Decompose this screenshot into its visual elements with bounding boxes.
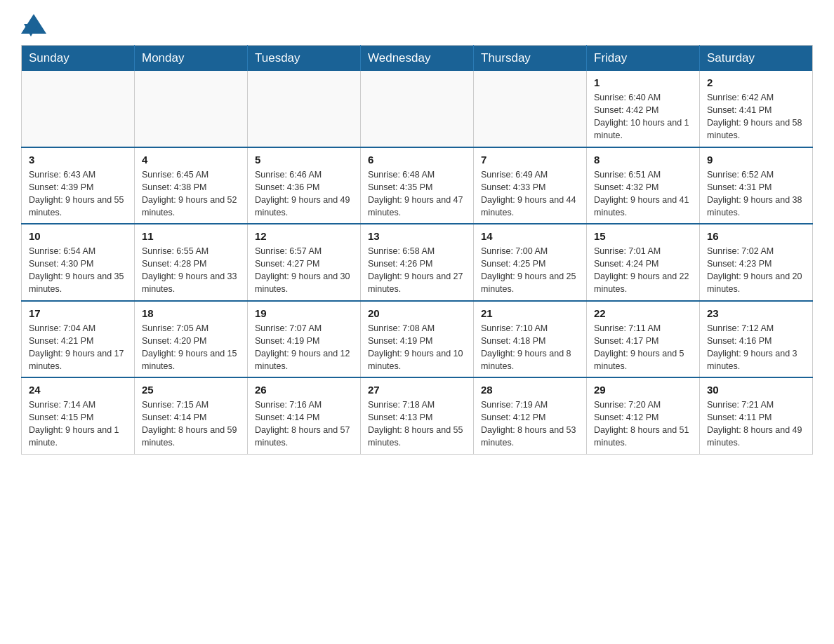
day-number: 19 — [255, 306, 353, 321]
table-row: 17Sunrise: 7:04 AM Sunset: 4:21 PM Dayli… — [22, 301, 135, 378]
calendar-week-5: 24Sunrise: 7:14 AM Sunset: 4:15 PM Dayli… — [22, 377, 813, 454]
day-info: Sunrise: 7:04 AM Sunset: 4:21 PM Dayligh… — [29, 322, 127, 373]
table-row — [474, 71, 587, 147]
day-info: Sunrise: 7:21 AM Sunset: 4:11 PM Dayligh… — [707, 398, 805, 450]
day-number: 29 — [594, 382, 692, 397]
day-number: 12 — [255, 229, 353, 243]
day-number: 14 — [481, 229, 579, 243]
day-info: Sunrise: 6:55 AM Sunset: 4:28 PM Dayligh… — [142, 245, 240, 296]
day-info: Sunrise: 7:15 AM Sunset: 4:14 PM Dayligh… — [142, 398, 240, 450]
calendar-week-1: 1Sunrise: 6:40 AM Sunset: 4:42 PM Daylig… — [22, 71, 813, 147]
table-row: 5Sunrise: 6:46 AM Sunset: 4:36 PM Daylig… — [248, 147, 361, 224]
day-header-wednesday: Wednesday — [361, 46, 474, 72]
table-row: 25Sunrise: 7:15 AM Sunset: 4:14 PM Dayli… — [135, 377, 248, 454]
day-header-thursday: Thursday — [474, 46, 587, 72]
table-row: 27Sunrise: 7:18 AM Sunset: 4:13 PM Dayli… — [361, 377, 474, 454]
day-info: Sunrise: 6:54 AM Sunset: 4:30 PM Dayligh… — [29, 245, 127, 296]
logo — [21, 14, 49, 34]
calendar-table: SundayMondayTuesdayWednesdayThursdayFrid… — [21, 45, 813, 455]
day-info: Sunrise: 6:49 AM Sunset: 4:33 PM Dayligh… — [481, 168, 579, 220]
table-row: 19Sunrise: 7:07 AM Sunset: 4:19 PM Dayli… — [248, 301, 361, 378]
calendar-week-3: 10Sunrise: 6:54 AM Sunset: 4:30 PM Dayli… — [22, 224, 813, 301]
table-row: 3Sunrise: 6:43 AM Sunset: 4:39 PM Daylig… — [22, 147, 135, 224]
day-info: Sunrise: 6:45 AM Sunset: 4:38 PM Dayligh… — [142, 168, 240, 220]
day-header-sunday: Sunday — [22, 46, 135, 72]
day-number: 6 — [368, 152, 466, 167]
day-header-saturday: Saturday — [700, 46, 813, 72]
day-number: 1 — [594, 75, 692, 90]
table-row: 24Sunrise: 7:14 AM Sunset: 4:15 PM Dayli… — [22, 377, 135, 454]
table-row: 22Sunrise: 7:11 AM Sunset: 4:17 PM Dayli… — [587, 301, 700, 378]
day-info: Sunrise: 7:07 AM Sunset: 4:19 PM Dayligh… — [255, 322, 353, 373]
table-row: 20Sunrise: 7:08 AM Sunset: 4:19 PM Dayli… — [361, 301, 474, 378]
table-row — [361, 71, 474, 147]
table-row: 12Sunrise: 6:57 AM Sunset: 4:27 PM Dayli… — [248, 224, 361, 301]
day-info: Sunrise: 7:11 AM Sunset: 4:17 PM Dayligh… — [594, 322, 692, 373]
day-number: 4 — [142, 152, 240, 167]
day-info: Sunrise: 7:00 AM Sunset: 4:25 PM Dayligh… — [481, 245, 579, 296]
day-info: Sunrise: 6:40 AM Sunset: 4:42 PM Dayligh… — [594, 91, 692, 142]
day-number: 20 — [368, 306, 466, 321]
day-info: Sunrise: 7:05 AM Sunset: 4:20 PM Dayligh… — [142, 322, 240, 373]
day-info: Sunrise: 6:51 AM Sunset: 4:32 PM Dayligh… — [594, 168, 692, 220]
day-number: 17 — [29, 306, 127, 321]
table-row: 29Sunrise: 7:20 AM Sunset: 4:12 PM Dayli… — [587, 377, 700, 454]
day-info: Sunrise: 6:57 AM Sunset: 4:27 PM Dayligh… — [255, 245, 353, 296]
day-info: Sunrise: 7:12 AM Sunset: 4:16 PM Dayligh… — [707, 322, 805, 373]
day-number: 2 — [707, 75, 805, 90]
day-info: Sunrise: 7:01 AM Sunset: 4:24 PM Dayligh… — [594, 245, 692, 296]
day-header-monday: Monday — [135, 46, 248, 72]
day-info: Sunrise: 6:43 AM Sunset: 4:39 PM Dayligh… — [29, 168, 127, 220]
day-info: Sunrise: 6:46 AM Sunset: 4:36 PM Dayligh… — [255, 168, 353, 220]
table-row: 6Sunrise: 6:48 AM Sunset: 4:35 PM Daylig… — [361, 147, 474, 224]
day-number: 8 — [594, 152, 692, 167]
day-number: 22 — [594, 306, 692, 321]
day-number: 7 — [481, 152, 579, 167]
day-number: 24 — [29, 382, 127, 397]
day-number: 26 — [255, 382, 353, 397]
day-number: 25 — [142, 382, 240, 397]
day-info: Sunrise: 7:19 AM Sunset: 4:12 PM Dayligh… — [481, 398, 579, 450]
day-number: 16 — [707, 229, 805, 243]
day-info: Sunrise: 6:52 AM Sunset: 4:31 PM Dayligh… — [707, 168, 805, 220]
day-info: Sunrise: 7:08 AM Sunset: 4:19 PM Dayligh… — [368, 322, 466, 373]
day-number: 10 — [29, 229, 127, 243]
day-number: 13 — [368, 229, 466, 243]
table-row: 11Sunrise: 6:55 AM Sunset: 4:28 PM Dayli… — [135, 224, 248, 301]
day-info: Sunrise: 7:18 AM Sunset: 4:13 PM Dayligh… — [368, 398, 466, 450]
day-number: 18 — [142, 306, 240, 321]
table-row: 18Sunrise: 7:05 AM Sunset: 4:20 PM Dayli… — [135, 301, 248, 378]
day-number: 23 — [707, 306, 805, 321]
day-number: 28 — [481, 382, 579, 397]
table-row: 4Sunrise: 6:45 AM Sunset: 4:38 PM Daylig… — [135, 147, 248, 224]
table-row: 26Sunrise: 7:16 AM Sunset: 4:14 PM Dayli… — [248, 377, 361, 454]
day-number: 11 — [142, 229, 240, 243]
day-info: Sunrise: 7:14 AM Sunset: 4:15 PM Dayligh… — [29, 398, 127, 450]
table-row: 2Sunrise: 6:42 AM Sunset: 4:41 PM Daylig… — [700, 71, 813, 147]
table-row: 15Sunrise: 7:01 AM Sunset: 4:24 PM Dayli… — [587, 224, 700, 301]
page-header — [21, 14, 813, 34]
table-row: 1Sunrise: 6:40 AM Sunset: 4:42 PM Daylig… — [587, 71, 700, 147]
day-number: 3 — [29, 152, 127, 167]
table-row: 7Sunrise: 6:49 AM Sunset: 4:33 PM Daylig… — [474, 147, 587, 224]
day-info: Sunrise: 6:48 AM Sunset: 4:35 PM Dayligh… — [368, 168, 466, 220]
logo-icon — [21, 14, 46, 34]
calendar-week-4: 17Sunrise: 7:04 AM Sunset: 4:21 PM Dayli… — [22, 301, 813, 378]
table-row — [248, 71, 361, 147]
logo-blue-text — [21, 14, 49, 34]
day-info: Sunrise: 6:42 AM Sunset: 4:41 PM Dayligh… — [707, 91, 805, 142]
day-number: 27 — [368, 382, 466, 397]
day-header-friday: Friday — [587, 46, 700, 72]
day-number: 30 — [707, 382, 805, 397]
table-row — [22, 71, 135, 147]
day-info: Sunrise: 7:16 AM Sunset: 4:14 PM Dayligh… — [255, 398, 353, 450]
calendar-header-row: SundayMondayTuesdayWednesdayThursdayFrid… — [22, 46, 813, 72]
table-row: 21Sunrise: 7:10 AM Sunset: 4:18 PM Dayli… — [474, 301, 587, 378]
day-info: Sunrise: 6:58 AM Sunset: 4:26 PM Dayligh… — [368, 245, 466, 296]
table-row — [135, 71, 248, 147]
table-row: 30Sunrise: 7:21 AM Sunset: 4:11 PM Dayli… — [700, 377, 813, 454]
table-row: 14Sunrise: 7:00 AM Sunset: 4:25 PM Dayli… — [474, 224, 587, 301]
day-number: 5 — [255, 152, 353, 167]
table-row: 16Sunrise: 7:02 AM Sunset: 4:23 PM Dayli… — [700, 224, 813, 301]
table-row: 9Sunrise: 6:52 AM Sunset: 4:31 PM Daylig… — [700, 147, 813, 224]
